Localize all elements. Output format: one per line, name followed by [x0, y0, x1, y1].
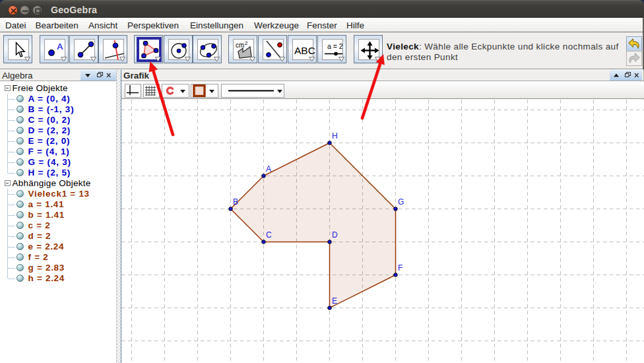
- svg-text:A: A: [57, 41, 63, 51]
- svg-text:B: B: [233, 197, 238, 207]
- svg-text:H: H: [332, 131, 338, 141]
- svg-text:a = 2: a = 2: [327, 42, 343, 50]
- svg-text:C: C: [266, 230, 272, 240]
- svg-text:E: E: [332, 296, 337, 306]
- svg-text:G: G: [398, 197, 404, 207]
- svg-text:ABC: ABC: [294, 44, 315, 55]
- svg-text:D: D: [332, 230, 338, 240]
- svg-text:2: 2: [245, 40, 248, 46]
- svg-text:F: F: [398, 263, 402, 273]
- svg-text:A: A: [266, 164, 271, 174]
